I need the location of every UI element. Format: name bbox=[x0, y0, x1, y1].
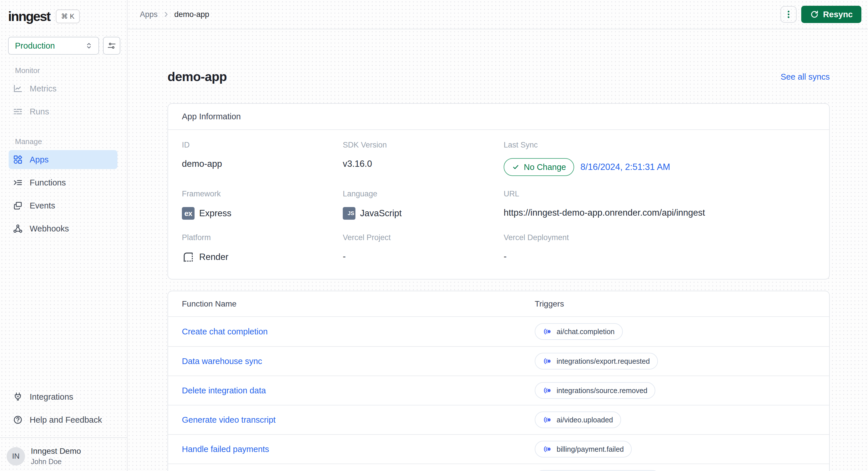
functions-icon bbox=[13, 178, 23, 188]
info-row-2: Framework ex Express Language JS JavaScr… bbox=[182, 189, 815, 220]
monitor-section-label: Monitor bbox=[15, 66, 127, 75]
event-pulse-icon bbox=[543, 327, 552, 336]
field-value: Render bbox=[182, 251, 343, 263]
field-language: Language JS JavaScript bbox=[343, 189, 504, 220]
sidebar-item-help[interactable]: Help and Feedback bbox=[9, 410, 117, 429]
render-icon bbox=[182, 251, 194, 263]
avatar: IN bbox=[7, 447, 25, 466]
check-icon bbox=[512, 163, 520, 171]
sidebar-divider bbox=[0, 437, 127, 438]
status-badge: No Change bbox=[504, 158, 574, 176]
sidebar-item-webhooks[interactable]: Webhooks bbox=[9, 219, 117, 238]
sidebar-item-integrations[interactable]: Integrations bbox=[9, 387, 117, 406]
sliders-icon bbox=[107, 41, 116, 50]
function-link[interactable]: Delete integration data bbox=[182, 386, 535, 395]
environment-select[interactable]: Production bbox=[8, 37, 99, 55]
function-link[interactable]: Handle failed payments bbox=[182, 444, 535, 454]
trigger-name: integrations/source.removed bbox=[557, 386, 647, 395]
event-pulse-icon bbox=[543, 386, 552, 395]
logo-row: inngest ⌘ K bbox=[0, 0, 127, 24]
field-id: ID demo-app bbox=[182, 140, 343, 176]
sidebar-item-label: Runs bbox=[30, 107, 49, 116]
resync-button[interactable]: Resync bbox=[801, 6, 861, 23]
express-icon: ex bbox=[182, 207, 194, 220]
function-link[interactable]: Data warehouse sync bbox=[182, 357, 535, 366]
environment-label: Production bbox=[15, 41, 55, 51]
field-platform: Platform Render bbox=[182, 233, 343, 263]
last-sync-timestamp-link[interactable]: 8/16/2024, 2:51:31 AM bbox=[581, 162, 670, 172]
metrics-icon bbox=[13, 84, 23, 94]
user-name: John Doe bbox=[31, 458, 81, 466]
field-vercel-project: Vercel Project - bbox=[343, 233, 504, 263]
javascript-icon-text: JS bbox=[348, 208, 354, 219]
trigger-pill: billing/payment.failed bbox=[535, 441, 632, 458]
trigger-name: ai/chat.completion bbox=[557, 328, 615, 336]
app-actions-menu-button[interactable] bbox=[780, 6, 797, 23]
table-row: Import data pipeline integrations/source… bbox=[168, 464, 829, 471]
table-row: Delete integration data integrations/sou… bbox=[168, 375, 829, 405]
framework-name: Express bbox=[199, 208, 231, 219]
field-label: Last Sync bbox=[504, 140, 815, 149]
app-information-body: ID demo-app SDK Version v3.16.0 Last Syn… bbox=[168, 130, 829, 279]
field-vercel-deployment: Vercel Deployment - bbox=[504, 233, 815, 263]
sidebar: inngest ⌘ K Production Monitor Metrics R… bbox=[0, 0, 127, 471]
trigger-pill: ai/video.uploaded bbox=[535, 411, 621, 428]
field-label: ID bbox=[182, 140, 343, 149]
field-label: SDK Version bbox=[343, 140, 504, 149]
environment-row: Production bbox=[8, 37, 127, 55]
see-all-syncs-link[interactable]: See all syncs bbox=[780, 72, 830, 82]
event-pulse-icon bbox=[543, 444, 552, 454]
language-name: JavaScript bbox=[360, 208, 402, 219]
trigger-pill: integrations/source.removed bbox=[535, 382, 655, 399]
table-row: Handle failed payments billing/payment.f… bbox=[168, 434, 829, 464]
event-pulse-icon bbox=[543, 415, 552, 425]
app-root: inngest ⌘ K Production Monitor Metrics R… bbox=[0, 0, 868, 471]
page-head: demo-app See all syncs bbox=[167, 70, 830, 84]
function-link[interactable]: Create chat completion bbox=[182, 327, 535, 336]
sidebar-item-label: Functions bbox=[30, 178, 66, 188]
page-title: demo-app bbox=[167, 70, 227, 84]
account-menu[interactable]: IN Inngest Demo John Doe bbox=[7, 446, 127, 466]
field-value: v3.16.0 bbox=[343, 158, 504, 170]
javascript-icon: JS bbox=[343, 207, 355, 220]
field-label: Vercel Deployment bbox=[504, 233, 815, 242]
breadcrumb: Apps demo-app bbox=[140, 10, 209, 19]
breadcrumb-current: demo-app bbox=[175, 10, 210, 19]
inngest-logo[interactable]: inngest bbox=[8, 9, 50, 24]
sidebar-item-apps[interactable]: Apps bbox=[9, 150, 117, 169]
last-sync-line: No Change 8/16/2024, 2:51:31 AM bbox=[504, 158, 815, 176]
user-text: Inngest Demo John Doe bbox=[31, 446, 81, 466]
resync-label: Resync bbox=[823, 10, 853, 19]
field-label: Language bbox=[343, 189, 504, 198]
breadcrumb-apps[interactable]: Apps bbox=[140, 10, 158, 19]
topbar: Apps demo-app Resync bbox=[127, 0, 868, 29]
plug-icon bbox=[13, 392, 23, 402]
main-area: Apps demo-app Resync demo-app See all sy… bbox=[127, 0, 868, 471]
sidebar-nav: Monitor Metrics Runs Manage Apps Functio… bbox=[0, 66, 127, 242]
account-name: Inngest Demo bbox=[31, 446, 81, 456]
runs-list-icon bbox=[13, 107, 23, 116]
environment-filter-button[interactable] bbox=[103, 37, 120, 55]
status-badge-label: No Change bbox=[524, 163, 566, 172]
manage-section-label: Manage bbox=[15, 137, 127, 146]
column-function-name: Function Name bbox=[182, 299, 535, 308]
field-value: ex Express bbox=[182, 207, 343, 220]
sidebar-item-functions[interactable]: Functions bbox=[9, 173, 117, 192]
sidebar-item-label: Apps bbox=[30, 155, 49, 165]
field-value: demo-app bbox=[182, 158, 343, 170]
apps-grid-icon bbox=[13, 155, 23, 165]
sidebar-item-metrics[interactable]: Metrics bbox=[9, 79, 117, 98]
info-row-3: Platform Render Vercel Project - Vercel … bbox=[182, 233, 815, 263]
sidebar-item-label: Webhooks bbox=[30, 224, 69, 234]
field-value: https://inngest-demo-app.onrender.com/ap… bbox=[504, 207, 815, 218]
command-k-shortcut[interactable]: ⌘ K bbox=[56, 9, 80, 23]
platform-name: Render bbox=[199, 251, 228, 263]
trigger-name: ai/video.uploaded bbox=[557, 416, 613, 424]
field-value: JS JavaScript bbox=[343, 207, 504, 220]
sidebar-item-events[interactable]: Events bbox=[9, 196, 117, 215]
trigger-name: integrations/export.requested bbox=[557, 357, 650, 366]
sidebar-item-runs[interactable]: Runs bbox=[9, 102, 117, 121]
functions-table-header: Function Name Triggers bbox=[168, 291, 829, 317]
field-sdk-version: SDK Version v3.16.0 bbox=[343, 140, 504, 176]
function-link[interactable]: Generate video transcript bbox=[182, 415, 535, 425]
